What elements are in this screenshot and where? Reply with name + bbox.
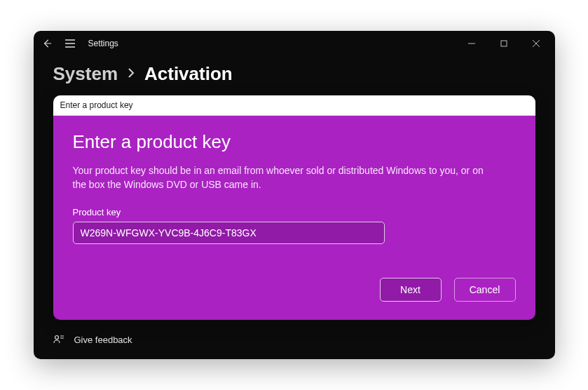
close-button[interactable] xyxy=(520,32,552,55)
dialog-heading: Enter a product key xyxy=(73,131,516,153)
product-key-label: Product key xyxy=(73,207,516,217)
titlebar: Settings xyxy=(34,31,555,56)
give-feedback-link[interactable]: Give feedback xyxy=(53,334,132,345)
cancel-button[interactable]: Cancel xyxy=(454,278,516,302)
next-button[interactable]: Next xyxy=(380,278,442,302)
dialog-body: Enter a product key Your product key sho… xyxy=(53,116,535,320)
dialog-actions: Next Cancel xyxy=(73,278,516,306)
svg-point-8 xyxy=(55,336,58,339)
feedback-icon xyxy=(53,334,64,345)
breadcrumb: System Activation xyxy=(34,56,555,95)
feedback-label: Give feedback xyxy=(74,335,132,345)
dialog-title: Enter a product key xyxy=(53,95,535,116)
window-controls xyxy=(456,32,552,55)
chevron-right-icon xyxy=(128,67,135,81)
breadcrumb-current: Activation xyxy=(144,63,233,85)
dialog-description: Your product key should be in an email f… xyxy=(73,164,493,191)
hamburger-icon[interactable] xyxy=(64,39,76,48)
breadcrumb-root[interactable]: System xyxy=(53,63,118,85)
settings-window: Settings System xyxy=(34,31,555,359)
product-key-input[interactable] xyxy=(73,222,385,244)
back-icon[interactable] xyxy=(42,39,52,48)
svg-rect-4 xyxy=(501,41,507,46)
minimize-button[interactable] xyxy=(456,32,488,55)
titlebar-left: Settings xyxy=(42,39,118,48)
app-title: Settings xyxy=(88,39,118,48)
maximize-button[interactable] xyxy=(488,32,520,55)
product-key-dialog: Enter a product key Enter a product key … xyxy=(53,95,535,320)
